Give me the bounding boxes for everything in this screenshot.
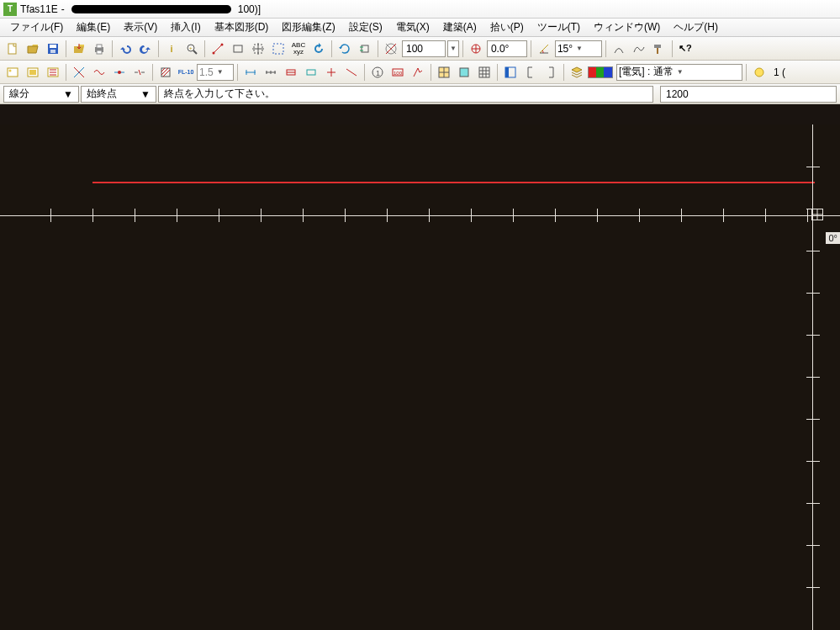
ruler-tick-h — [261, 209, 262, 222]
wire-wave-icon[interactable] — [90, 63, 108, 82]
separator — [158, 40, 159, 57]
svg-line-45 — [139, 70, 140, 75]
pointer-red-icon[interactable] — [409, 63, 427, 82]
menu-settings[interactable]: 設定(S) — [344, 19, 388, 36]
circled-1-icon[interactable]: 1 — [368, 63, 387, 82]
floor-icon[interactable]: FL-10 — [177, 63, 195, 82]
svg-rect-3 — [50, 50, 55, 53]
panel-blue-icon[interactable] — [501, 63, 520, 82]
menu-edit[interactable]: 編集(E) — [71, 19, 115, 36]
snap-mode-label: 始終点 — [87, 87, 117, 101]
menu-basic[interactable]: 基本図形(D) — [209, 19, 274, 36]
wire-cross-icon[interactable] — [70, 63, 88, 82]
svg-text:100: 100 — [394, 71, 403, 76]
refresh-icon[interactable] — [309, 40, 328, 58]
svg-line-10 — [214, 45, 222, 53]
symbol-cross-icon[interactable] — [322, 63, 341, 82]
angle-tool-icon[interactable] — [535, 40, 553, 58]
arc-tool-icon[interactable] — [610, 40, 628, 58]
grid-full-icon[interactable] — [475, 63, 494, 82]
draw-mode-select[interactable]: 線分 ▼ — [3, 86, 79, 103]
command-value-field[interactable]: 1200 — [660, 86, 837, 103]
snap-mode-select[interactable]: 始終点 ▼ — [81, 86, 156, 103]
select-window-icon[interactable] — [269, 40, 288, 58]
layer1-icon[interactable] — [3, 63, 22, 82]
app-icon: T — [3, 3, 17, 16]
rotate-ccw-icon[interactable] — [335, 40, 354, 58]
line-width-select[interactable]: 1.5▼ — [197, 64, 234, 81]
menu-view[interactable]: 表示(V) — [119, 19, 162, 36]
hatch-icon[interactable] — [156, 63, 175, 82]
redo-icon[interactable] — [136, 40, 155, 58]
new-icon[interactable] — [3, 40, 22, 58]
spline-tool-icon[interactable] — [630, 40, 648, 58]
layer-color-swatch[interactable] — [588, 66, 613, 78]
menu-pick[interactable]: 拾い(P) — [485, 19, 529, 36]
menu-help[interactable]: ヘルプ(H) — [668, 19, 723, 36]
ortho-icon[interactable] — [467, 40, 485, 58]
draw-mode-label: 線分 — [9, 87, 29, 101]
help-cursor-icon[interactable]: ↖? — [676, 40, 695, 58]
zoom-input[interactable] — [402, 40, 446, 57]
zoom-in-icon[interactable]: + — [182, 40, 201, 58]
ruler-tick-h — [345, 209, 346, 222]
ruler-tick-v — [806, 335, 820, 336]
app-title: Tfas11E — [20, 3, 58, 15]
half-red-icon[interactable] — [342, 63, 361, 82]
ruler-tick-h — [303, 209, 304, 222]
zoom-dropdown[interactable]: ▼ — [447, 40, 459, 57]
separator — [204, 40, 205, 57]
dim-chain-icon[interactable] — [262, 63, 280, 82]
layer2-icon[interactable] — [24, 63, 42, 82]
menu-arch[interactable]: 建築(A) — [438, 19, 482, 36]
separator — [152, 64, 153, 81]
layer3-icon[interactable] — [44, 63, 62, 82]
rect-tool-icon[interactable] — [229, 40, 247, 58]
symbol-red-icon[interactable] — [282, 63, 300, 82]
snap-angle-select[interactable]: 15°▼ — [555, 40, 602, 57]
menu-insert[interactable]: 挿入(I) — [166, 19, 205, 36]
abc-icon[interactable]: ABCxyz — [289, 40, 308, 58]
open-icon[interactable] — [24, 40, 42, 58]
menu-electric[interactable]: 電気(X) — [391, 19, 435, 36]
label-box-icon[interactable]: 100 — [388, 63, 407, 82]
measure-icon[interactable] — [209, 40, 227, 58]
command-prompt-text: 終点を入力して下さい。 — [164, 87, 275, 101]
line-width-value: 1.5 — [199, 66, 214, 78]
menu-window[interactable]: ウィンドウ(W) — [589, 19, 665, 36]
ruler-tick-h — [429, 209, 430, 222]
angle-input[interactable] — [487, 40, 527, 57]
hammer-icon[interactable] — [650, 40, 668, 58]
print-icon[interactable] — [90, 40, 108, 58]
dim-h-icon[interactable] — [241, 63, 260, 82]
info-icon[interactable]: i — [162, 40, 181, 58]
crosshair-icon[interactable] — [249, 40, 267, 58]
circle-yellow-icon[interactable] — [750, 63, 769, 82]
grid-small-icon[interactable] — [435, 63, 453, 82]
menu-tool[interactable]: ツール(T) — [532, 19, 585, 36]
save-icon[interactable] — [44, 40, 62, 58]
chevron-down-icon: ▼ — [63, 88, 73, 100]
box-cyan-icon[interactable] — [455, 63, 473, 82]
import-icon[interactable] — [70, 40, 88, 58]
compass-icon[interactable] — [382, 40, 400, 58]
layer-select[interactable]: [電気] : 通常 ▼ — [616, 64, 742, 81]
svg-line-8 — [193, 50, 197, 54]
layer-stack-icon[interactable] — [568, 63, 586, 82]
bracket-right-icon[interactable] — [542, 63, 560, 82]
bracket-left-icon[interactable] — [521, 63, 540, 82]
wire-connect-icon[interactable] — [110, 63, 129, 82]
ruler-tick-h — [639, 209, 640, 222]
ruler-horizontal — [0, 215, 840, 216]
ruler-tick-h — [681, 209, 682, 222]
svg-rect-0 — [8, 44, 16, 54]
wire-cut-icon[interactable] — [130, 63, 149, 82]
menu-file[interactable]: ファイル(F) — [5, 19, 68, 36]
symbol-cyan-icon[interactable] — [302, 63, 320, 82]
drawing-canvas[interactable]: 0° — [0, 124, 840, 630]
separator — [378, 40, 378, 57]
ruler-tick-h — [219, 209, 219, 222]
menu-shape-edit[interactable]: 図形編集(Z) — [277, 19, 340, 36]
undo-icon[interactable] — [116, 40, 135, 58]
snap-toggle-icon[interactable] — [356, 40, 374, 58]
